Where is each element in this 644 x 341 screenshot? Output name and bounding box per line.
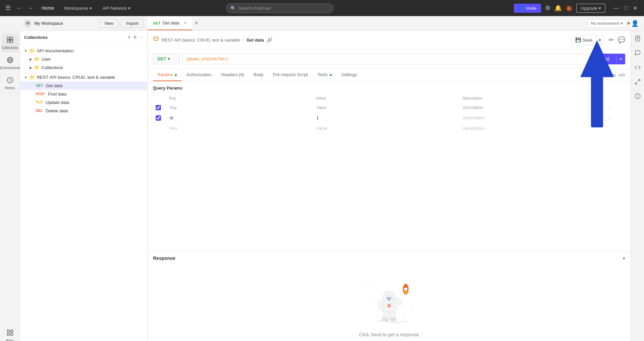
sidebar-item-environments[interactable]: Environments bbox=[1, 54, 19, 72]
params-row-checkbox[interactable] bbox=[156, 115, 161, 121]
breadcrumb-collection[interactable]: REST API basics: CRUD, test & variable bbox=[162, 38, 240, 43]
params-all-checkbox[interactable] bbox=[156, 105, 161, 110]
doc-panel-icon[interactable] bbox=[633, 34, 643, 45]
panel-header-icons: + ≡ ··· bbox=[128, 34, 143, 40]
chevron-right-icon: ▶ bbox=[30, 66, 32, 69]
home-link[interactable]: Home bbox=[42, 5, 54, 11]
info-panel-icon[interactable] bbox=[633, 91, 643, 103]
params-desc-cell[interactable]: Description bbox=[463, 115, 606, 121]
tab-settings[interactable]: Settings bbox=[336, 69, 362, 81]
filter-icon[interactable]: ≡ bbox=[133, 34, 137, 40]
params-desc-placeholder[interactable]: Description bbox=[463, 125, 606, 131]
import-button[interactable]: Import bbox=[121, 19, 144, 28]
tree-item-api-doc[interactable]: ▼ 📁 API documentation bbox=[20, 47, 147, 55]
back-button[interactable]: ← bbox=[15, 3, 23, 13]
settings-icon[interactable]: ⚙ bbox=[545, 4, 550, 12]
menu-icon[interactable]: ☰ bbox=[5, 4, 11, 12]
close-button[interactable]: ✕ bbox=[632, 5, 639, 11]
person-icon[interactable]: 👤 bbox=[631, 20, 639, 27]
environments-icon bbox=[6, 56, 14, 65]
workspace-header: W My Workspace New Import GET Get data ✕… bbox=[0, 16, 644, 31]
svg-rect-0 bbox=[7, 37, 9, 40]
code-panel-icon[interactable] bbox=[633, 62, 643, 74]
maximize-button[interactable]: □ bbox=[623, 5, 629, 11]
send-button[interactable]: Send bbox=[592, 54, 616, 64]
tree-item-update-data[interactable]: PUT Update data bbox=[20, 98, 147, 107]
panel-title: Collections bbox=[24, 35, 125, 40]
url-input[interactable] bbox=[182, 53, 589, 64]
tree-item-post-data[interactable]: POST Post data bbox=[20, 90, 147, 98]
svg-rect-10 bbox=[7, 333, 9, 335]
env-dropdown[interactable]: No environment ▾ bbox=[588, 19, 626, 27]
sidebar-item-history[interactable]: History bbox=[1, 74, 19, 93]
edit-icon[interactable]: ✏ bbox=[609, 36, 614, 44]
more-options-icon[interactable]: ··· bbox=[139, 34, 143, 40]
search-bar[interactable]: 🔍 Search Postman bbox=[226, 3, 333, 13]
save-button[interactable]: 💾 Save bbox=[571, 35, 597, 45]
invite-button[interactable]: 👤 Invite bbox=[514, 4, 541, 13]
send-button-group: Send ▾ bbox=[592, 54, 625, 64]
tab-tests[interactable]: Tests bbox=[313, 69, 336, 81]
svg-point-16 bbox=[376, 316, 378, 317]
tree-item-rest-api[interactable]: ▼ 📁 REST API basics: CRUD, test & variab… bbox=[20, 73, 147, 81]
tab-get-data[interactable]: GET Get data ✕ bbox=[148, 17, 192, 30]
save-split-button[interactable]: ▾ bbox=[597, 35, 603, 45]
profile-icon[interactable]: ◉ bbox=[566, 4, 572, 12]
tab-authorization[interactable]: Authorization bbox=[181, 69, 216, 81]
workspace-section: W My Workspace New Import bbox=[20, 19, 148, 28]
titlebar: ☰ ← → Home Workspaces ▾ API Network ▾ 🔍 … bbox=[0, 0, 644, 16]
add-collection-icon[interactable]: + bbox=[128, 34, 131, 40]
api-network-menu[interactable]: API Network ▾ bbox=[99, 4, 134, 13]
tab-bar: GET Get data ✕ + No environment ▾ ▾ 👤 bbox=[148, 17, 644, 30]
params-value-cell[interactable]: 1 bbox=[316, 115, 460, 121]
new-tab-button[interactable]: + bbox=[192, 20, 201, 27]
params-key-cell[interactable]: id bbox=[169, 115, 313, 121]
environment-selector: No environment ▾ ▾ 👤 bbox=[588, 19, 644, 27]
collections-tree: ▼ 📁 API documentation ▶ 📁 User ▶ 📁 Colle… bbox=[20, 44, 147, 341]
method-label: GET bbox=[157, 56, 166, 61]
tree-item-user[interactable]: ▶ 📁 User bbox=[20, 55, 147, 63]
params-key-placeholder[interactable]: Key bbox=[169, 125, 313, 131]
forward-button[interactable]: → bbox=[26, 3, 35, 13]
params-desc-header: Description bbox=[463, 105, 606, 111]
tree-item-collections-folder[interactable]: ▶ 📁 Collections bbox=[20, 63, 147, 72]
history-icon bbox=[6, 76, 14, 86]
sidebar-item-apps[interactable]: Apps bbox=[1, 326, 19, 341]
svg-point-14 bbox=[367, 285, 369, 287]
params-data-row: id 1 Description ··· bbox=[153, 113, 625, 123]
params-label: Params bbox=[158, 72, 173, 77]
breadcrumb-link-icon[interactable]: 🔗 bbox=[267, 37, 272, 43]
tree-item-get-data[interactable]: GET Get data bbox=[20, 81, 147, 90]
expand-icon[interactable] bbox=[633, 77, 643, 89]
tree-item-delete-data[interactable]: DEL Delete data bbox=[20, 107, 147, 115]
cookies-link[interactable]: Cookies bbox=[600, 69, 616, 81]
comment-icon[interactable]: 💬 bbox=[618, 36, 625, 44]
send-split-button[interactable]: ▾ bbox=[616, 54, 625, 64]
workspaces-menu[interactable]: Workspaces ▾ bbox=[61, 4, 95, 13]
notifications-icon[interactable]: 🔔 bbox=[554, 4, 562, 12]
chevron-right-icon: ▶ bbox=[30, 57, 32, 61]
tree-item-label: Update data bbox=[46, 100, 69, 105]
params-row-more[interactable]: ··· bbox=[609, 105, 623, 110]
tab-pre-request[interactable]: Pre-request Script bbox=[268, 69, 313, 81]
method-dropdown[interactable]: GET ▾ bbox=[153, 53, 180, 64]
params-row-more-2[interactable]: ··· bbox=[609, 115, 623, 120]
tab-body[interactable]: Body bbox=[249, 69, 268, 81]
comment-panel-icon[interactable] bbox=[633, 48, 643, 60]
tree-item-label: Delete data bbox=[46, 108, 68, 113]
tab-close-icon[interactable]: ✕ bbox=[183, 21, 187, 25]
new-button[interactable]: New bbox=[100, 19, 118, 28]
tab-headers[interactable]: Headers (6) bbox=[216, 69, 249, 81]
upgrade-button[interactable]: Upgrade ▾ bbox=[576, 4, 605, 13]
panel-header: Collections + ≡ ··· bbox=[20, 31, 147, 44]
svg-point-26 bbox=[385, 295, 393, 301]
tab-params[interactable]: Params bbox=[153, 69, 181, 81]
code-icon[interactable]: </> bbox=[619, 72, 625, 78]
params-empty-row: Key Value Description bbox=[153, 123, 625, 133]
env-more-icon[interactable]: ▾ bbox=[627, 20, 630, 26]
method-badge-post: POST bbox=[35, 92, 46, 96]
sidebar-item-collections[interactable]: Collections bbox=[1, 34, 19, 52]
params-value-placeholder[interactable]: Value bbox=[316, 125, 460, 131]
response-collapse-icon[interactable]: ▾ bbox=[623, 256, 625, 261]
minimize-button[interactable]: — bbox=[612, 5, 620, 11]
